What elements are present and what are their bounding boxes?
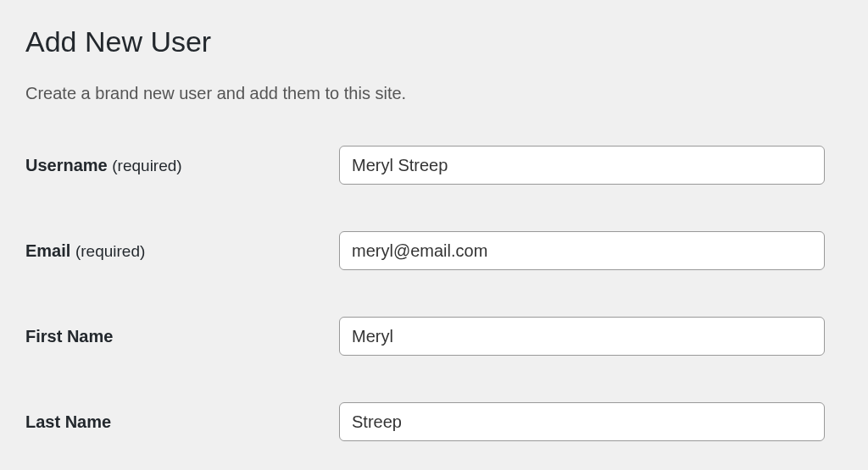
page-title: Add New User <box>25 25 843 58</box>
username-label-text: Username <box>25 156 108 174</box>
email-label: Email (required) <box>25 241 339 261</box>
first-name-input[interactable] <box>339 317 825 356</box>
email-row: Email (required) <box>25 231 843 270</box>
first-name-label-text: First Name <box>25 327 113 346</box>
username-hint: (required) <box>112 157 181 174</box>
username-input[interactable] <box>339 146 825 185</box>
page-description: Create a brand new user and add them to … <box>25 84 843 103</box>
username-row: Username (required) <box>25 146 843 185</box>
email-label-text: Email <box>25 241 70 260</box>
email-input[interactable] <box>339 231 825 270</box>
last-name-label: Last Name <box>25 412 339 432</box>
last-name-label-text: Last Name <box>25 412 111 431</box>
username-label: Username (required) <box>25 156 339 175</box>
first-name-label: First Name <box>25 327 339 346</box>
last-name-input[interactable] <box>339 402 825 441</box>
email-hint: (required) <box>75 242 145 260</box>
last-name-row: Last Name <box>25 402 843 441</box>
first-name-row: First Name <box>25 317 843 356</box>
